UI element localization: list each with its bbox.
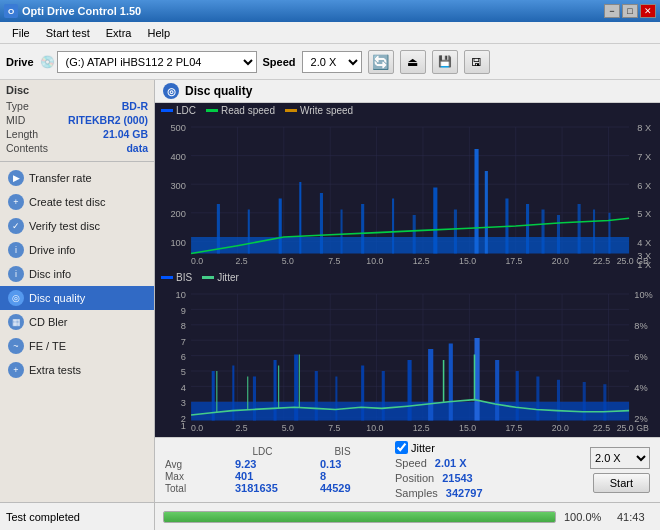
content-area: ◎ Disc quality LDC Read speed bbox=[155, 80, 660, 502]
svg-rect-99 bbox=[315, 371, 318, 421]
svg-text:5.0: 5.0 bbox=[282, 256, 294, 266]
sidebar-label-extra-tests: Extra tests bbox=[29, 364, 81, 376]
svg-text:15.0: 15.0 bbox=[459, 256, 476, 266]
svg-text:5: 5 bbox=[181, 366, 186, 377]
legend-read-speed-color bbox=[206, 109, 218, 112]
legend-ldc-color bbox=[161, 109, 173, 112]
svg-text:12.5: 12.5 bbox=[413, 256, 430, 266]
svg-rect-45 bbox=[578, 204, 581, 254]
disc-contents-key: Contents bbox=[6, 142, 48, 154]
chart2-container: BIS Jitter bbox=[155, 270, 660, 437]
svg-text:8 X: 8 X bbox=[637, 122, 651, 133]
svg-text:10.0: 10.0 bbox=[366, 423, 383, 433]
svg-rect-39 bbox=[474, 149, 478, 254]
sidebar-label-drive-info: Drive info bbox=[29, 244, 75, 256]
menubar: File Start test Extra Help bbox=[0, 22, 660, 44]
refresh-button[interactable]: 🔄 bbox=[368, 50, 394, 74]
drive-info-icon: i bbox=[8, 242, 24, 258]
svg-text:20.0: 20.0 bbox=[552, 423, 569, 433]
fe-te-icon: ~ bbox=[8, 338, 24, 354]
disc-button[interactable]: 💾 bbox=[432, 50, 458, 74]
legend-read-speed-label: Read speed bbox=[221, 105, 275, 116]
svg-rect-37 bbox=[433, 188, 437, 254]
status-right: Status window > > 100.0% 41:43 bbox=[155, 503, 660, 530]
speed-row: Speed 2.01 X bbox=[395, 457, 483, 469]
disc-contents-row: Contents data bbox=[6, 141, 148, 155]
legend-ldc: LDC bbox=[161, 105, 196, 116]
sidebar-item-disc-info[interactable]: i Disc info bbox=[0, 262, 154, 286]
legend-bis-color bbox=[161, 276, 173, 279]
speed-label: Speed bbox=[263, 56, 296, 68]
sidebar-item-drive-info[interactable]: i Drive info bbox=[0, 238, 154, 262]
progress-bar-fill bbox=[164, 512, 555, 522]
legend-bis: BIS bbox=[161, 272, 192, 283]
speed-select[interactable]: 2.0 X bbox=[302, 51, 362, 73]
svg-text:200: 200 bbox=[170, 208, 185, 219]
svg-rect-109 bbox=[536, 377, 539, 421]
svg-rect-47 bbox=[608, 213, 610, 254]
status-completed-text: Test completed bbox=[6, 511, 80, 523]
window-controls: − □ ✕ bbox=[604, 4, 656, 18]
legend-write-speed-label: Write speed bbox=[300, 105, 353, 116]
svg-text:2.5: 2.5 bbox=[235, 256, 247, 266]
start-button[interactable]: Start bbox=[593, 473, 650, 493]
disc-quality-header: ◎ Disc quality bbox=[155, 80, 660, 103]
speed-select-bottom[interactable]: 2.0 X bbox=[590, 447, 650, 469]
stats-max-bis: 8 bbox=[320, 470, 365, 482]
disc-info-icon: i bbox=[8, 266, 24, 282]
app-title: Opti Drive Control 1.50 bbox=[22, 5, 141, 17]
maximize-button[interactable]: □ bbox=[622, 4, 638, 18]
stats-avg-bis: 0.13 bbox=[320, 458, 365, 470]
eject-button[interactable]: ⏏ bbox=[400, 50, 426, 74]
sidebar-item-fe-te[interactable]: ~ FE / TE bbox=[0, 334, 154, 358]
save-button[interactable]: 🖫 bbox=[464, 50, 490, 74]
speed-start-section: 2.0 X Start bbox=[590, 447, 650, 493]
stats-max-label: Max bbox=[165, 471, 205, 482]
disc-section: Disc Type BD-R MID RITEKBR2 (000) Length… bbox=[0, 80, 154, 157]
extra-tests-icon: + bbox=[8, 362, 24, 378]
menu-help[interactable]: Help bbox=[139, 25, 178, 41]
sidebar-item-create-test-disc[interactable]: + Create test disc bbox=[0, 190, 154, 214]
stats-total-bis: 44529 bbox=[320, 482, 365, 494]
close-button[interactable]: ✕ bbox=[640, 4, 656, 18]
title-section: O Opti Drive Control 1.50 bbox=[4, 4, 141, 18]
drive-label: Drive bbox=[6, 56, 34, 68]
drive-select[interactable]: (G:) ATAPI iHBS112 2 PL04 bbox=[57, 51, 257, 73]
disc-type-row: Type BD-R bbox=[6, 99, 148, 113]
menu-file[interactable]: File bbox=[4, 25, 38, 41]
svg-rect-97 bbox=[274, 360, 277, 421]
svg-text:2%: 2% bbox=[634, 412, 648, 423]
stats-ldc-header: LDC bbox=[235, 446, 290, 457]
svg-rect-103 bbox=[408, 360, 412, 421]
menu-start-test[interactable]: Start test bbox=[38, 25, 98, 41]
sidebar-item-verify-test-disc[interactable]: ✓ Verify test disc bbox=[0, 214, 154, 238]
menu-extra[interactable]: Extra bbox=[98, 25, 140, 41]
svg-text:0.0: 0.0 bbox=[191, 423, 203, 433]
disc-length-val: 21.04 GB bbox=[103, 128, 148, 140]
stats-total-ldc: 3181635 bbox=[235, 482, 290, 494]
bottom-stats: LDC BIS Avg 9.23 0.13 Max 401 8 Total 31… bbox=[155, 437, 660, 502]
sidebar-item-cd-bler[interactable]: ▦ CD Bler bbox=[0, 310, 154, 334]
sidebar-label-fe-te: FE / TE bbox=[29, 340, 66, 352]
svg-rect-102 bbox=[382, 371, 385, 421]
progress-bar bbox=[163, 511, 556, 523]
svg-text:25.0 GB: 25.0 GB bbox=[617, 423, 649, 433]
svg-rect-29 bbox=[248, 210, 250, 254]
disc-quality-icon: ◎ bbox=[8, 290, 24, 306]
jitter-checkbox[interactable] bbox=[395, 441, 408, 454]
disc-contents-val: data bbox=[126, 142, 148, 154]
transfer-rate-icon: ▶ bbox=[8, 170, 24, 186]
sidebar-item-extra-tests[interactable]: + Extra tests bbox=[0, 358, 154, 382]
status-window-button[interactable]: Test completed bbox=[0, 503, 155, 530]
svg-rect-44 bbox=[557, 215, 560, 254]
sidebar-item-transfer-rate[interactable]: ▶ Transfer rate bbox=[0, 166, 154, 190]
stats-avg-label: Avg bbox=[165, 459, 205, 470]
svg-text:20.0: 20.0 bbox=[552, 256, 569, 266]
disc-length-key: Length bbox=[6, 128, 38, 140]
svg-rect-101 bbox=[361, 366, 364, 421]
progress-percent: 100.0% bbox=[564, 511, 609, 523]
sidebar-item-disc-quality[interactable]: ◎ Disc quality bbox=[0, 286, 154, 310]
disc-mid-key: MID bbox=[6, 114, 25, 126]
svg-text:5.0: 5.0 bbox=[282, 423, 294, 433]
minimize-button[interactable]: − bbox=[604, 4, 620, 18]
